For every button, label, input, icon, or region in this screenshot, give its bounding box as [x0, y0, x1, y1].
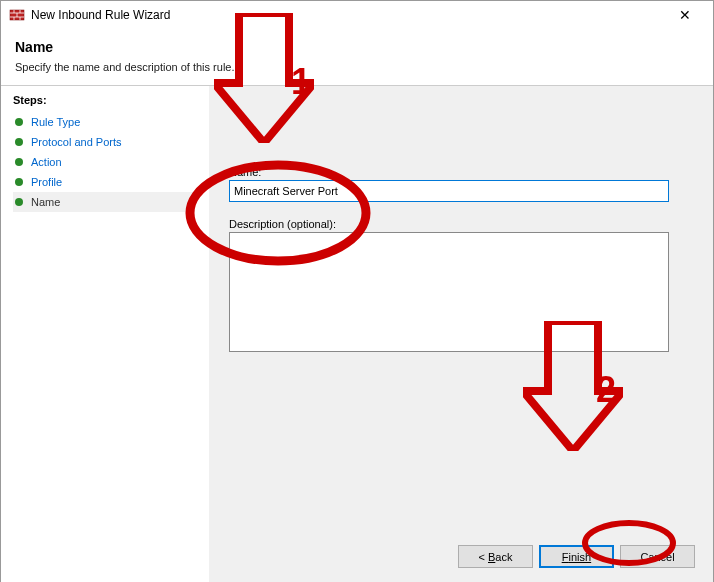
window-title: New Inbound Rule Wizard [31, 8, 665, 22]
page-subtitle: Specify the name and description of this… [15, 61, 699, 73]
bullet-icon [15, 138, 23, 146]
steps-heading: Steps: [13, 94, 209, 106]
wizard-window: New Inbound Rule Wizard ✕ Name Specify t… [0, 0, 714, 582]
step-action[interactable]: Action [13, 152, 209, 172]
description-textarea[interactable] [229, 232, 669, 352]
step-name[interactable]: Name [13, 192, 193, 212]
firewall-icon [9, 7, 25, 23]
name-label: Name: [229, 166, 693, 178]
cancel-button[interactable]: Cancel [620, 545, 695, 568]
step-protocol-ports[interactable]: Protocol and Ports [13, 132, 209, 152]
step-profile[interactable]: Profile [13, 172, 209, 192]
close-button[interactable]: ✕ [665, 1, 705, 29]
bullet-icon [15, 118, 23, 126]
page-title: Name [15, 39, 699, 55]
bullet-icon [15, 158, 23, 166]
description-label: Description (optional): [229, 218, 693, 230]
finish-button[interactable]: Finish [539, 545, 614, 568]
wizard-header: Name Specify the name and description of… [1, 29, 713, 86]
bullet-icon [15, 198, 23, 206]
back-button[interactable]: < Back [458, 545, 533, 568]
wizard-content: Name: Description (optional): < Back Fin… [209, 86, 713, 582]
steps-sidebar: Steps: Rule Type Protocol and Ports Acti… [1, 86, 209, 582]
titlebar: New Inbound Rule Wizard ✕ [1, 1, 713, 29]
step-rule-type[interactable]: Rule Type [13, 112, 209, 132]
bullet-icon [15, 178, 23, 186]
name-input[interactable] [229, 180, 669, 202]
button-row: < Back Finish Cancel [458, 545, 695, 568]
